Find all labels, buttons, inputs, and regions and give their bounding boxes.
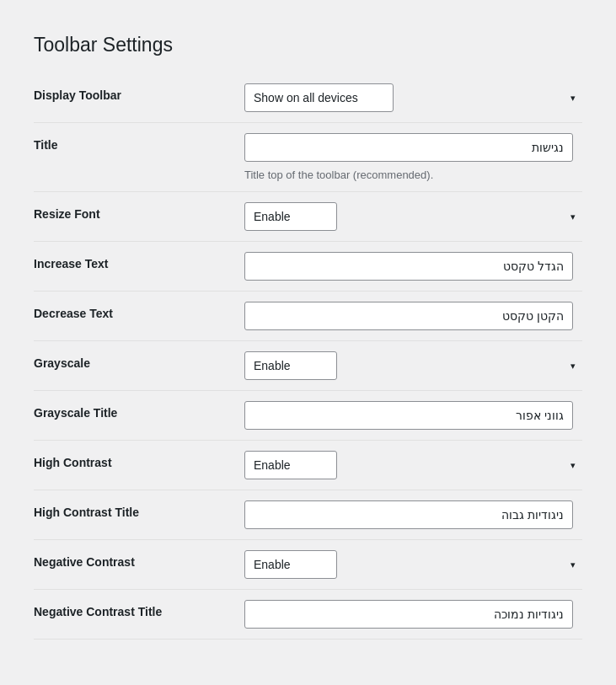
title-description: Title top of the toolbar (recommended). — [244, 169, 582, 181]
display-toolbar-select[interactable]: Show on all devices Show on desktop only… — [244, 83, 394, 112]
high-contrast-select[interactable]: Enable Disable — [244, 451, 337, 479]
negative-contrast-title-input[interactable] — [244, 600, 573, 629]
grayscale-control: Enable Disable ▾ — [244, 351, 582, 380]
high-contrast-title-label: High Contrast Title — [34, 500, 244, 519]
negative-contrast-title-control — [244, 600, 582, 629]
title-label: Title — [34, 133, 244, 152]
high-contrast-title-control — [244, 500, 582, 529]
display-toolbar-row: Display Toolbar Show on all devices Show… — [34, 73, 582, 123]
resize-font-control: Enable Disable ▾ — [244, 202, 582, 231]
page-title: Toolbar Settings — [34, 25, 582, 56]
negative-contrast-title-row: Negative Contrast Title — [34, 590, 582, 640]
decrease-text-control — [244, 302, 582, 330]
increase-text-input[interactable] — [244, 252, 573, 281]
title-row: Title Title top of the toolbar (recommen… — [34, 123, 582, 192]
grayscale-select-wrapper: Enable Disable ▾ — [244, 351, 582, 380]
increase-text-row: Increase Text — [34, 242, 582, 292]
page-container: Toolbar Settings Display Toolbar Show on… — [17, 17, 599, 665]
title-input[interactable] — [244, 133, 573, 162]
decrease-text-input[interactable] — [244, 302, 573, 330]
grayscale-row: Grayscale Enable Disable ▾ — [34, 341, 582, 391]
display-toolbar-label: Display Toolbar — [34, 83, 244, 102]
high-contrast-select-wrapper: Enable Disable ▾ — [244, 451, 582, 479]
resize-font-row: Resize Font Enable Disable ▾ — [34, 192, 582, 242]
decrease-text-label: Decrease Text — [34, 302, 244, 320]
negative-contrast-control: Enable Disable ▾ — [244, 550, 582, 579]
resize-font-select-wrapper: Enable Disable ▾ — [244, 202, 582, 231]
title-control: Title top of the toolbar (recommended). — [244, 133, 582, 181]
chevron-down-icon: ▾ — [570, 559, 576, 570]
chevron-down-icon: ▾ — [570, 211, 576, 222]
grayscale-title-input[interactable] — [244, 401, 573, 430]
grayscale-title-control — [244, 401, 582, 430]
resize-font-select[interactable]: Enable Disable — [244, 202, 337, 231]
grayscale-label: Grayscale — [34, 351, 244, 370]
high-contrast-label: High Contrast — [34, 451, 244, 469]
high-contrast-title-row: High Contrast Title — [34, 490, 582, 540]
resize-font-label: Resize Font — [34, 202, 244, 221]
grayscale-title-row: Grayscale Title — [34, 391, 582, 441]
chevron-down-icon: ▾ — [570, 93, 576, 104]
negative-contrast-row: Negative Contrast Enable Disable ▾ — [34, 540, 582, 590]
grayscale-select[interactable]: Enable Disable — [244, 351, 337, 380]
increase-text-control — [244, 252, 582, 281]
display-toolbar-select-wrapper: Show on all devices Show on desktop only… — [244, 83, 582, 112]
high-contrast-title-input[interactable] — [244, 500, 573, 529]
display-toolbar-control: Show on all devices Show on desktop only… — [244, 83, 582, 112]
decrease-text-row: Decrease Text — [34, 292, 582, 341]
increase-text-label: Increase Text — [34, 252, 244, 270]
chevron-down-icon: ▾ — [570, 460, 576, 471]
chevron-down-icon: ▾ — [570, 361, 576, 372]
grayscale-title-label: Grayscale Title — [34, 401, 244, 420]
negative-contrast-title-label: Negative Contrast Title — [34, 600, 244, 618]
high-contrast-control: Enable Disable ▾ — [244, 451, 582, 479]
negative-contrast-select[interactable]: Enable Disable — [244, 550, 337, 579]
negative-contrast-select-wrapper: Enable Disable ▾ — [244, 550, 582, 579]
negative-contrast-label: Negative Contrast — [34, 550, 244, 569]
high-contrast-row: High Contrast Enable Disable ▾ — [34, 441, 582, 490]
